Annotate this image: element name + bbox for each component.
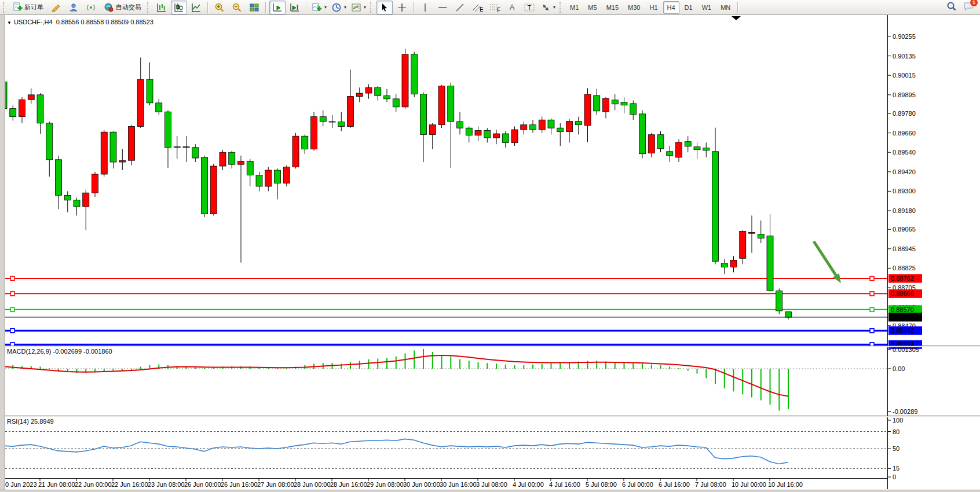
cursor-button[interactable] — [376, 1, 393, 14]
styler-button[interactable] — [48, 1, 64, 14]
text-button[interactable]: A — [504, 1, 520, 14]
timeframe-M5-button[interactable]: M5 — [584, 1, 601, 14]
svg-text:F: F — [497, 6, 500, 13]
rsi-axis-label: 0 — [893, 473, 896, 480]
timeframe-H4-button[interactable]: H4 — [663, 1, 679, 14]
price-tag-label: 0.88762 — [891, 275, 914, 282]
trend-arrow-shaft[interactable] — [814, 241, 836, 276]
timeframe-W1-button[interactable]: W1 — [698, 1, 716, 14]
auto-trading-button[interactable]: 自动交易 — [100, 1, 145, 14]
line-handle[interactable] — [870, 329, 874, 333]
toolbar-grip[interactable] — [560, 2, 564, 13]
line-handle[interactable] — [870, 277, 874, 281]
line-chart-mode-button[interactable] — [188, 1, 204, 14]
toolbar-grip[interactable] — [3, 2, 7, 13]
candle-body — [648, 135, 654, 153]
price-axis-label: 0.88825 — [893, 265, 916, 271]
time-axis-label: 10 Jul 00:00 — [732, 481, 766, 488]
horizontal-line-button[interactable] — [434, 1, 451, 14]
panel-splitter[interactable] — [0, 346, 980, 347]
toolbar-grip[interactable] — [147, 2, 151, 13]
chat-button[interactable]: 1 — [963, 1, 974, 14]
text-label-button[interactable]: T — [521, 1, 537, 14]
price-axis-label: 0.89420 — [893, 168, 916, 175]
periods-button[interactable]: ▾ — [330, 1, 348, 14]
toolbar-separator — [306, 2, 307, 13]
trendline-button[interactable] — [452, 1, 468, 14]
timeframe-M1-button[interactable]: M1 — [566, 1, 583, 14]
trendline-icon — [455, 2, 465, 13]
search-button[interactable] — [946, 1, 957, 14]
toolbar-separator — [265, 2, 266, 13]
candle-body — [776, 291, 782, 311]
panel-splitter[interactable] — [0, 416, 980, 417]
toolbar-grip[interactable] — [370, 2, 374, 13]
candle-body — [685, 142, 691, 146]
rsi-axis-label: 100 — [893, 417, 903, 424]
tile-windows-button[interactable] — [246, 1, 262, 14]
time-axis-label: 22 Jun 16:00 — [111, 481, 148, 488]
price-axis-label: 0.89065 — [893, 226, 916, 233]
timeframe-H1-button[interactable]: H1 — [645, 1, 661, 14]
zoom-out-button[interactable] — [229, 1, 245, 14]
chart-canvas[interactable]: 0.902550.901350.900150.898950.897800.896… — [0, 0, 980, 492]
candlestick-icon — [174, 2, 184, 13]
collapse-triangle-icon[interactable]: ▼ — [7, 20, 12, 25]
candlestick-mode-button[interactable] — [171, 1, 187, 14]
line-handle[interactable] — [10, 307, 14, 311]
crosshair-button[interactable] — [394, 1, 410, 14]
time-axis-label: 20 Jun 2023 — [2, 481, 37, 488]
line-handle[interactable] — [10, 292, 14, 296]
chart-shift-marker-icon[interactable] — [732, 16, 741, 20]
fibonacci-icon: F — [489, 2, 500, 13]
candle-body — [156, 103, 162, 112]
candle-body — [657, 135, 664, 149]
candle-body — [530, 125, 536, 130]
signal-icon — [86, 2, 96, 13]
add-indicator-icon — [312, 2, 322, 13]
candle-body — [220, 152, 226, 166]
line-handle[interactable] — [10, 329, 14, 333]
arrows-tool-button[interactable]: ▾ — [539, 1, 557, 14]
price-tag-label: 0.88440 — [891, 327, 914, 334]
time-axis-label: 4 Jul 00:00 — [513, 481, 544, 488]
candle-body — [420, 94, 427, 134]
timeframe-MN-button[interactable]: MN — [716, 1, 734, 14]
indicators-button[interactable]: ▾ — [310, 1, 328, 14]
new-order-button[interactable]: 新订单 — [9, 1, 47, 14]
candle-body — [393, 99, 399, 107]
line-handle[interactable] — [870, 307, 874, 311]
price-axis-label: 0.90255 — [893, 33, 916, 40]
candle-body — [475, 130, 481, 135]
fibonacci-button[interactable]: F — [487, 1, 503, 14]
vertical-line-button[interactable] — [417, 1, 433, 14]
time-axis-label: 6 Jul 00:00 — [622, 481, 653, 488]
candle-body — [64, 195, 71, 200]
signals-button[interactable] — [83, 1, 99, 14]
bar-chart-mode-button[interactable] — [153, 1, 170, 14]
auto-scroll-button[interactable] — [269, 1, 286, 14]
price-axis-label: 0.88945 — [893, 245, 916, 252]
line-handle[interactable] — [870, 292, 874, 296]
timeframe-D1-button[interactable]: D1 — [681, 1, 697, 14]
candle-body — [74, 200, 80, 207]
toolbar-separator — [737, 2, 738, 13]
zoom-in-button[interactable] — [211, 1, 228, 14]
candle-body — [202, 157, 208, 214]
timeframe-M30-button[interactable]: M30 — [624, 1, 644, 14]
price-axis-label: 0.89540 — [893, 149, 916, 156]
candle-body — [183, 146, 189, 147]
chart-shift-button[interactable] — [287, 1, 303, 14]
candle-body — [165, 112, 171, 148]
line-handle[interactable] — [10, 277, 14, 281]
timeframe-M15-button[interactable]: M15 — [602, 1, 623, 14]
community-button[interactable] — [65, 1, 82, 14]
candle-body — [192, 148, 199, 158]
equidistant-channel-button[interactable]: E — [469, 1, 485, 14]
dropdown-caret: ▾ — [344, 5, 346, 10]
candle-body — [365, 87, 372, 93]
candle-body — [557, 128, 564, 131]
candle-body — [584, 94, 591, 126]
templates-button[interactable]: ▾ — [349, 1, 368, 14]
candle-body — [548, 120, 554, 128]
